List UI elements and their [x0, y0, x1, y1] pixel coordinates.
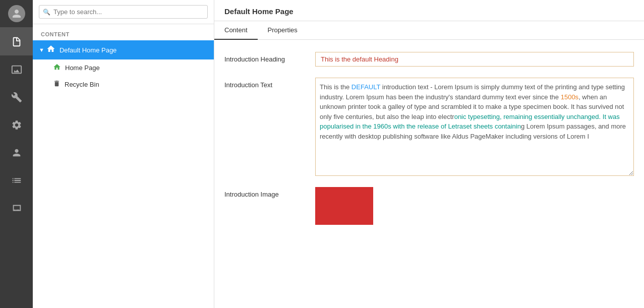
- sidebar: 🔍 CONTENT ▼ Default Home Page Home Page …: [33, 0, 214, 308]
- nav-document[interactable]: [0, 28, 33, 55]
- tree-home-icon: [46, 44, 55, 55]
- nav-wrench[interactable]: [0, 83, 33, 111]
- tab-properties[interactable]: Properties: [258, 21, 308, 40]
- home-page-icon: [53, 63, 61, 73]
- tree-active-label: Default Home Page: [60, 46, 116, 54]
- intro-heading-input[interactable]: [315, 52, 634, 67]
- intro-image-thumbnail[interactable]: [315, 187, 373, 225]
- intro-heading-label: Introduction Heading: [224, 52, 315, 63]
- search-bar: 🔍: [33, 0, 214, 24]
- intro-image-row: Introduction Image: [224, 187, 634, 226]
- intro-text-row: Introduction Text This is the DEFAULT in…: [224, 78, 634, 176]
- intro-text-label: Introduction Text: [224, 78, 315, 89]
- nav-avatar: [0, 0, 33, 28]
- page-title: Default Home Page: [224, 7, 634, 16]
- intro-text-area[interactable]: This is the DEFAULT introduction text - …: [315, 78, 634, 176]
- svg-rect-0: [14, 209, 16, 210]
- svg-rect-1: [16, 209, 19, 210]
- recycle-bin-label: Recycle Bin: [65, 81, 99, 88]
- intro-heading-field: [315, 52, 634, 67]
- search-input[interactable]: [39, 5, 208, 19]
- tree-item-recycle-bin[interactable]: Recycle Bin: [33, 76, 214, 92]
- intro-heading-row: Introduction Heading: [224, 52, 634, 67]
- recycle-bin-icon: [53, 80, 61, 89]
- main-content: Default Home Page Content Properties Int…: [214, 0, 644, 308]
- main-header: Default Home Page: [214, 0, 644, 21]
- tabs: Content Properties: [214, 21, 644, 40]
- search-icon: 🔍: [43, 9, 50, 16]
- tree-item-home-page[interactable]: Home Page: [33, 59, 214, 76]
- nav-layout[interactable]: [0, 194, 33, 222]
- intro-image-label: Introduction Image: [224, 187, 315, 198]
- nav-bar: [0, 0, 33, 308]
- section-label: CONTENT: [33, 24, 214, 40]
- avatar: [8, 5, 25, 22]
- tree-item-default-home-page[interactable]: ▼ Default Home Page: [33, 40, 214, 59]
- tree-items: ▼ Default Home Page Home Page Recycle Bi…: [33, 40, 214, 92]
- content-area: Introduction Heading Introduction Text T…: [214, 40, 644, 308]
- intro-text-field: This is the DEFAULT introduction text - …: [315, 78, 634, 176]
- tree-arrow-icon: ▼: [39, 47, 44, 53]
- nav-user[interactable]: [0, 139, 33, 166]
- home-page-label: Home Page: [65, 64, 100, 72]
- nav-media[interactable]: [0, 55, 33, 83]
- nav-list[interactable]: [0, 166, 33, 194]
- tab-content[interactable]: Content: [214, 21, 258, 40]
- intro-image-field: [315, 187, 634, 226]
- nav-gear[interactable]: [0, 111, 33, 139]
